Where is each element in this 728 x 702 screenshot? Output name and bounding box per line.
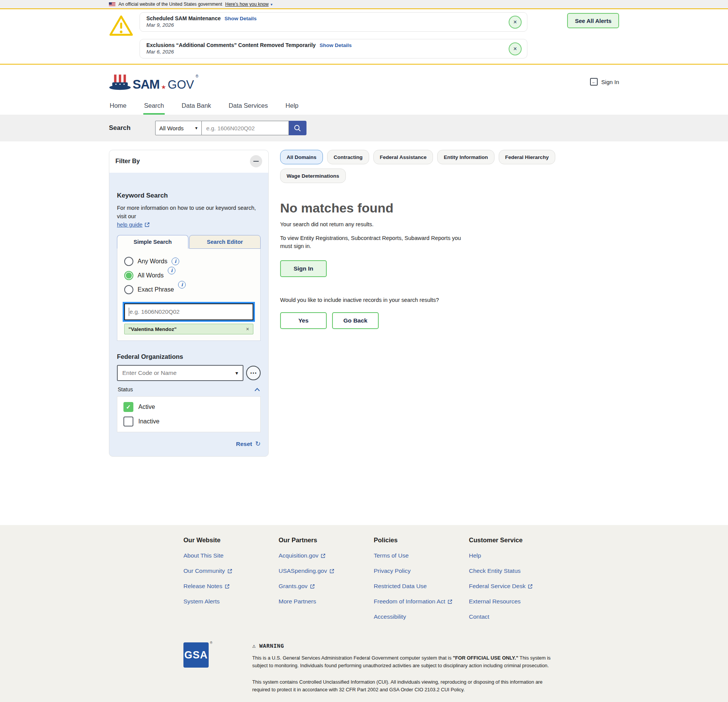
footer-link-external-resources[interactable]: External Resources: [469, 598, 520, 605]
alerts-section: Scheduled SAM Maintenance Show Details M…: [0, 9, 728, 65]
warning-paragraph: This is a U.S. General Services Administ…: [252, 654, 558, 670]
alert-title: Exclusions “Additional Comments” Content…: [146, 42, 316, 48]
alert-show-details-link[interactable]: Show Details: [224, 16, 256, 21]
domain-pill-wage-determinations[interactable]: Wage Determinations: [280, 169, 346, 183]
footer-link-check-entity-status[interactable]: Check Entity Status: [469, 567, 520, 574]
alert-show-details-link[interactable]: Show Details: [319, 42, 352, 48]
footer-link-restricted-data-use[interactable]: Restricted Data Use: [374, 583, 427, 590]
nav-item-search[interactable]: Search: [143, 99, 165, 115]
sign-in-button[interactable]: Sign In: [280, 260, 327, 277]
chevron-up-icon[interactable]: [255, 388, 260, 391]
radio-any-words[interactable]: [124, 257, 133, 266]
footer-link-label: About This Site: [183, 552, 224, 559]
info-icon[interactable]: i: [178, 281, 186, 289]
keyword-help-text: For more information on how to use our k…: [117, 205, 256, 219]
footer-link-label: Acquisition.gov: [279, 552, 318, 559]
reset-filters-link[interactable]: Reset ↻: [117, 440, 261, 448]
tab-simple-search[interactable]: Simple Search: [117, 235, 188, 249]
radio-exact-phrase-label: Exact Phrase: [138, 286, 174, 293]
alert-close-button[interactable]: ×: [509, 42, 522, 55]
org-code-input[interactable]: Enter Code or Name ▾: [117, 365, 243, 381]
footer-link-foia[interactable]: Freedom of Information Act: [374, 598, 452, 605]
domain-pill-entity-information[interactable]: Entity Information: [437, 150, 495, 164]
info-icon[interactable]: i: [168, 267, 175, 274]
logo-text-gov: GOV: [168, 79, 194, 91]
chip-remove-icon[interactable]: ×: [246, 326, 249, 332]
footer-link-label: Release Notes: [183, 583, 222, 590]
footer-col-title: Customer Service: [469, 537, 564, 544]
keyword-input[interactable]: e.g. 1606N020Q02: [124, 303, 253, 320]
radio-exact-phrase[interactable]: [124, 285, 133, 294]
search-input[interactable]: [202, 121, 289, 135]
radio-all-words-label: All Words: [138, 272, 164, 279]
go-back-button[interactable]: Go Back: [332, 312, 379, 329]
radio-all-words[interactable]: [124, 271, 133, 280]
alert-close-button[interactable]: ×: [509, 16, 522, 29]
footer-link-privacy-policy[interactable]: Privacy Policy: [374, 567, 410, 574]
search-mode-select[interactable]: All Words ▾: [155, 121, 202, 135]
footer-link-terms-of-use[interactable]: Terms of Use: [374, 552, 409, 559]
external-link-icon: [528, 584, 533, 589]
footer-link-label: System Alerts: [183, 598, 220, 605]
nav-item-data-bank[interactable]: Data Bank: [181, 99, 212, 115]
external-link-icon: [329, 569, 334, 574]
footer-link-contact[interactable]: Contact: [469, 613, 489, 620]
footer-link-label: Our Community: [183, 567, 225, 574]
filter-panel: Filter By Keyword Search For more inform…: [109, 150, 269, 457]
main-nav: Home Search Data Bank Data Services Help: [0, 99, 728, 115]
domain-pill-federal-hierarchy[interactable]: Federal Hierarchy: [499, 150, 555, 164]
footer-link-more-partners[interactable]: More Partners: [279, 598, 316, 605]
footer-link-label: Help: [469, 552, 481, 559]
status-box: ✓ Active Inactive: [117, 396, 261, 432]
footer-link-system-alerts[interactable]: System Alerts: [183, 598, 220, 605]
footer-link-our-community[interactable]: Our Community: [183, 567, 232, 574]
keyword-search-title: Keyword Search: [117, 192, 261, 199]
domain-pill-federal-assistance[interactable]: Federal Assistance: [373, 150, 433, 164]
external-link-icon: [227, 569, 232, 574]
collapse-filters-button[interactable]: [250, 155, 262, 167]
yes-button[interactable]: Yes: [280, 312, 327, 329]
footer-link-label: Privacy Policy: [374, 567, 410, 574]
info-icon[interactable]: i: [172, 258, 179, 265]
footer-link-help[interactable]: Help: [469, 552, 481, 559]
close-icon: ×: [513, 45, 517, 52]
how-you-know-link[interactable]: Here's how you know: [225, 2, 269, 7]
nav-item-data-services[interactable]: Data Services: [228, 99, 269, 115]
search-mode-value: All Words: [159, 125, 184, 131]
ellipsis-icon: ⋯: [250, 369, 257, 377]
footer-link-usaspending-gov[interactable]: USASpending.gov: [279, 567, 334, 574]
warning-text-bold: "FOR OFFICIAL USE ONLY.": [453, 655, 518, 661]
filter-by-title: Filter By: [115, 158, 140, 165]
results-section: All Domains Contracting Federal Assistan…: [280, 150, 619, 329]
checkbox-active[interactable]: ✓: [123, 402, 133, 412]
see-all-alerts-button[interactable]: See All Alerts: [567, 13, 619, 28]
footer-link-about-this-site[interactable]: About This Site: [183, 552, 224, 559]
uncle-sam-hat-icon: [109, 73, 131, 91]
domain-pill-contracting[interactable]: Contracting: [327, 150, 369, 164]
chevron-down-icon[interactable]: ▾: [271, 2, 272, 6]
footer-link-federal-service-desk[interactable]: Federal Service Desk: [469, 583, 533, 590]
footer-link-acquisition-gov[interactable]: Acquisition.gov: [279, 552, 326, 559]
help-guide-link[interactable]: help guide: [117, 221, 150, 229]
caret-down-icon: ▾: [195, 125, 198, 131]
sam-logo[interactable]: SAM ★ GOV ®: [109, 73, 198, 91]
federal-organizations-title: Federal Organizations: [117, 353, 261, 360]
help-guide-label: help guide: [117, 221, 143, 229]
footer-col-title: Our Website: [183, 537, 279, 544]
alert-title: Scheduled SAM Maintenance: [146, 15, 221, 21]
sign-in-label: Sign In: [601, 79, 619, 85]
nav-item-home[interactable]: Home: [109, 99, 127, 115]
domain-pill-all-domains[interactable]: All Domains: [280, 150, 323, 164]
nav-item-help[interactable]: Help: [285, 99, 299, 115]
footer-link-accessibility[interactable]: Accessibility: [374, 613, 406, 620]
footer-link-grants-gov[interactable]: Grants.gov: [279, 583, 315, 590]
footer-link-label: Restricted Data Use: [374, 583, 427, 590]
footer-link-label: Check Entity Status: [469, 567, 520, 574]
search-submit-button[interactable]: [289, 121, 306, 135]
footer-link-release-notes[interactable]: Release Notes: [183, 583, 230, 590]
header-sign-in-link[interactable]: ← Sign In: [590, 78, 619, 86]
logo-text-sam: SAM: [133, 78, 159, 91]
org-more-options-button[interactable]: ⋯: [246, 366, 261, 380]
checkbox-inactive[interactable]: [123, 417, 133, 426]
tab-search-editor[interactable]: Search Editor: [189, 235, 261, 249]
